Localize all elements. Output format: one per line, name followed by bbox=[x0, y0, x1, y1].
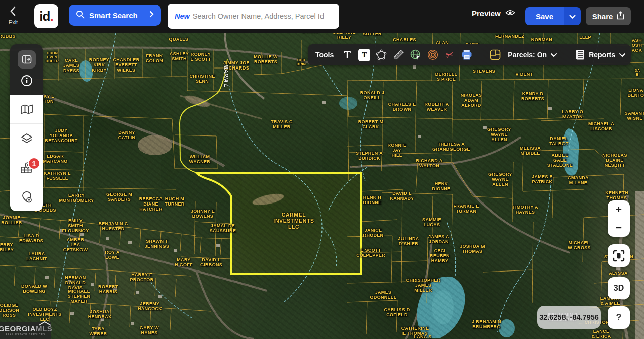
ruler-tool[interactable] bbox=[390, 46, 407, 63]
parcels-toggle-label: Parcels: On bbox=[508, 51, 547, 59]
print-tool[interactable] bbox=[458, 46, 475, 63]
zoom-in-button[interactable]: + bbox=[608, 200, 630, 219]
owner-label: RODNEY E SCOTT bbox=[190, 52, 211, 62]
scissors-icon: ✂ bbox=[444, 48, 455, 62]
owner-label: NICHOLAS BLAINE NESBITT bbox=[602, 153, 627, 168]
zoom-out-button[interactable]: − bbox=[608, 219, 630, 237]
owner-label: JUDY YOLANDA BETANCOURT bbox=[45, 128, 77, 143]
exit-button[interactable]: Exit bbox=[3, 5, 23, 26]
app-window: RUBBSORON EVEN RCHERCARL JAMES DYESSRODN… bbox=[0, 0, 644, 339]
owner-label: DA B bbox=[635, 69, 640, 77]
recenter-button[interactable] bbox=[608, 244, 630, 267]
save-button-group: Save bbox=[525, 7, 581, 25]
owner-label: LIONA BENTO bbox=[628, 88, 644, 98]
preview-button[interactable]: Preview bbox=[472, 9, 515, 18]
owner-label: TRAVIS C MILLER bbox=[271, 119, 293, 129]
owner-label: CARL JAMES DYESS bbox=[63, 58, 80, 73]
reports-label: Reports bbox=[589, 51, 615, 59]
owner-label: ASH OSH ACK bbox=[632, 38, 642, 53]
owner-label: CATHERINE E THOMAS bbox=[401, 326, 429, 336]
owner-label: HENK H DIONNE bbox=[363, 195, 382, 205]
owner-label: DANNY GATLIN bbox=[118, 130, 136, 140]
owner-label: ABBEE GALE STALLONE bbox=[547, 153, 573, 168]
owner-label: ROY A LOWE bbox=[105, 250, 120, 260]
owner-label: LANCE & ERICA bbox=[591, 329, 611, 339]
owner-label: MOLLIE W ROBERTS bbox=[254, 54, 277, 64]
owner-label: EMILY SMITH FLOURNOY bbox=[62, 218, 89, 233]
polygon-icon bbox=[375, 49, 387, 60]
share-icon bbox=[617, 11, 624, 21]
owner-label: STEPHEN A BURDICK bbox=[356, 151, 383, 161]
parcels-toggle[interactable]: Parcels: On bbox=[508, 51, 557, 59]
owner-label: ASHLEY SMITH bbox=[170, 51, 189, 61]
smart-search-button[interactable]: Smart Search bbox=[69, 5, 161, 26]
map-canvas[interactable]: RUBBSORON EVEN RCHERCARL JAMES DYESSRODN… bbox=[0, 33, 644, 339]
3d-view-button[interactable]: 3D bbox=[608, 277, 630, 299]
basemap-button[interactable] bbox=[10, 95, 43, 124]
smart-search-label: Smart Search bbox=[89, 11, 138, 20]
save-button[interactable]: Save bbox=[525, 7, 564, 25]
owner-label: JULINDA D'SHIER bbox=[398, 236, 419, 246]
cursor-coordinates: 32.6258, -84.7956 bbox=[537, 306, 601, 329]
owner-label: ORON EVEN RCHER bbox=[46, 51, 59, 63]
share-button[interactable]: Share bbox=[586, 7, 631, 25]
save-dropdown-button[interactable] bbox=[564, 7, 581, 25]
info-icon bbox=[21, 75, 33, 87]
owner-label: JOANIE ROLLIER bbox=[1, 215, 22, 225]
search-placeholder: Search Owner Name, Address, Parcel Id bbox=[193, 12, 324, 20]
owner-label: CHARLES E BROWN bbox=[388, 102, 416, 112]
owner-label: HERMAN DONALD DAVIS bbox=[65, 275, 86, 290]
add-pin-button[interactable] bbox=[10, 182, 43, 211]
ruler-icon bbox=[392, 49, 405, 61]
owner-label: BENJAMIN C HUESTED bbox=[98, 221, 128, 231]
owner-label: LLLP bbox=[579, 35, 591, 40]
parcel-style-tool[interactable] bbox=[487, 46, 504, 63]
owner-label: WILLIAM WAGNER bbox=[189, 154, 210, 164]
save-label: Save bbox=[536, 12, 553, 21]
owner-label: TARA WEBER bbox=[90, 326, 107, 336]
expand-panel-button[interactable] bbox=[18, 50, 36, 69]
eye-icon bbox=[505, 9, 515, 18]
owner-label: SAMANT WISNE bbox=[625, 111, 644, 121]
owner-label: MICHAEL STEPHEN MAYER bbox=[68, 289, 91, 304]
text-tool[interactable]: T bbox=[339, 46, 356, 63]
owner-label: J BENJAMIN BRUMBERG bbox=[472, 319, 501, 329]
owner-label: ROBERT M CLARK bbox=[358, 119, 383, 129]
map-toolbar: Tools T T ✂ Parcels: On Reports bbox=[308, 44, 631, 65]
georgia-mls-attribution: GEORGIAMLS REAL ESTATE SERVICES bbox=[0, 322, 51, 339]
layers-button[interactable] bbox=[10, 124, 43, 153]
owner-label: OLD BOYZ INVESTMENTS LLC bbox=[28, 307, 61, 322]
attribution-tagline: REAL ESTATE SERVICES bbox=[6, 334, 46, 337]
help-button[interactable]: ? bbox=[608, 306, 630, 329]
owner-label: GEORGE M SANDERS bbox=[106, 192, 132, 202]
text-box-tool[interactable]: T bbox=[356, 46, 373, 63]
globe-tool[interactable] bbox=[407, 46, 424, 63]
owner-label: NORMAN bbox=[531, 37, 552, 42]
owner-label: HARRY F PROCTOR bbox=[130, 272, 154, 282]
owner-label: AMANDA M LANE bbox=[568, 175, 589, 185]
logo-text: id bbox=[39, 9, 50, 24]
owner-label: AMBER LEA GETSKOW bbox=[63, 237, 88, 252]
search-input[interactable]: New Search Owner Name, Address, Parcel I… bbox=[168, 4, 339, 29]
owner-label: CHRISTOPHER JAMES MILLER bbox=[406, 278, 441, 293]
sidebar-light-section: 1 bbox=[10, 95, 43, 211]
owner-label: OLIDGE DERSON ROSS bbox=[0, 303, 19, 318]
road-name-label: MARIA L bbox=[223, 65, 229, 88]
owner-label: DONALD W BOWLING bbox=[21, 284, 47, 294]
polygon-tool[interactable] bbox=[373, 46, 390, 63]
share-label: Share bbox=[592, 12, 613, 21]
parcels-panel-button[interactable]: 1 bbox=[10, 153, 43, 182]
owner-label: LANA S bbox=[414, 334, 432, 339]
radius-tool[interactable] bbox=[424, 46, 441, 63]
app-logo[interactable]: id. bbox=[34, 4, 58, 28]
info-button[interactable] bbox=[21, 75, 33, 89]
owner-label: DERRELL S PRICE bbox=[435, 72, 458, 82]
owner-label: JANICE RHODEN bbox=[363, 228, 384, 238]
owner-label: DANIEL TALBOT bbox=[549, 136, 569, 146]
owner-label: MELISSA M BIBLE bbox=[520, 146, 541, 156]
toolbar-divider bbox=[567, 48, 567, 61]
cut-tool[interactable]: ✂ bbox=[441, 46, 458, 63]
reports-menu[interactable]: Reports bbox=[575, 49, 626, 60]
owner-label: JEREMY HANCOCK bbox=[138, 301, 162, 311]
owner-label: DAVID L GIBBONS bbox=[200, 257, 222, 267]
